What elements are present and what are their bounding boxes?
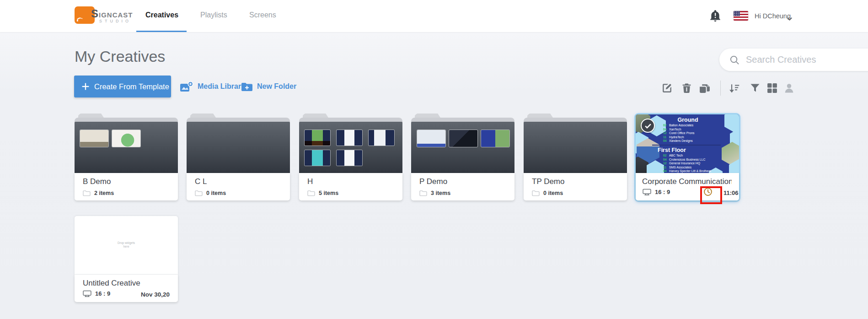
thumbnail — [449, 130, 477, 147]
aspect-ratio-label: 16 : 9 — [655, 189, 670, 195]
duration-label: 11:06 — [723, 189, 739, 196]
card-footer: P Demo 3 items — [411, 173, 514, 200]
sort-icon[interactable] — [729, 82, 740, 94]
thumbnail — [112, 130, 140, 147]
creative-preview: Drop widgetshere — [75, 216, 178, 275]
folder-body — [75, 122, 178, 173]
folder-outline-icon — [532, 190, 540, 196]
media-library-button[interactable]: Media Library — [180, 76, 245, 97]
card-title: B Demo — [83, 177, 111, 186]
tab-creatives[interactable]: Creatives — [145, 11, 178, 19]
creative-preview: Ground 02Ballon Associates 04XanTech 12C… — [636, 114, 739, 173]
screen-icon — [643, 189, 651, 195]
folder-card-h[interactable]: H 5 items — [299, 114, 402, 200]
delete-trash-icon[interactable] — [681, 82, 692, 94]
section-heading: Ground — [657, 117, 719, 124]
chevron-down-icon[interactable] — [787, 15, 793, 23]
filter-icon[interactable] — [750, 82, 761, 94]
card-footer: B Demo 2 items — [75, 173, 178, 200]
user-menu[interactable]: Hi DCheung — [755, 12, 791, 20]
items-count: 2 items — [94, 190, 114, 196]
folder-outline-icon — [83, 190, 91, 196]
items-count: 3 items — [431, 190, 450, 196]
aspect-ratio-label: 16 : 9 — [95, 290, 110, 297]
creative-card-corporate-communications[interactable]: Ground 02Ballon Associates 04XanTech 12C… — [636, 114, 739, 200]
folder-card-c-l[interactable]: C L 0 items — [187, 114, 290, 200]
folder-outline-icon — [419, 190, 427, 196]
items-count: 5 items — [319, 190, 338, 196]
grid-view-icon[interactable] — [766, 82, 778, 94]
search-box[interactable] — [719, 49, 868, 71]
folder-card-p-demo[interactable]: P Demo 3 items — [411, 114, 514, 200]
media-library-label: Media Library — [198, 82, 245, 91]
tab-screens[interactable]: Screens — [249, 11, 276, 19]
thumbnail — [337, 130, 362, 146]
folder-body — [524, 122, 627, 173]
annotation-highlight-box — [700, 186, 722, 204]
my-creatives-page: SIGNCAST STUDIO Creatives Playlists Scre… — [0, 0, 868, 319]
folder-body — [187, 122, 290, 173]
create-from-template-label: Create From Template — [94, 82, 169, 91]
toolbar-divider — [720, 81, 721, 96]
folder-outline-icon — [195, 190, 203, 196]
card-title: P Demo — [419, 177, 447, 186]
search-icon — [729, 55, 740, 65]
plus-icon — [80, 81, 91, 92]
active-tab-underline — [136, 31, 187, 32]
logo-subtitle: STUDIO — [99, 19, 131, 23]
card-footer: TP Demo 0 items — [524, 173, 627, 200]
thumbnail — [305, 130, 330, 146]
folder-card-tp-demo[interactable]: TP Demo 0 items — [524, 114, 627, 200]
user-filter-icon[interactable] — [783, 82, 795, 94]
top-nav: SIGNCAST STUDIO Creatives Playlists Scre… — [0, 0, 868, 32]
card-footer: H 5 items — [299, 173, 402, 200]
thumbnail — [369, 130, 394, 146]
page-title: My Creatives — [75, 48, 165, 65]
thumbnail — [80, 130, 108, 147]
aspect-ratio: 16 : 9 — [643, 189, 670, 195]
signal-arcs-icon — [76, 14, 84, 22]
empty-placeholder-text: Drop widgetshere — [75, 241, 178, 249]
card-title: Corporate Communications ... — [642, 177, 732, 186]
new-folder-button[interactable]: New Folder — [241, 76, 296, 97]
card-footer: Untitled Creative 16 : 9 Nov 30,20 — [75, 275, 178, 302]
thumbnail — [337, 150, 362, 166]
section-heading: First Floor — [657, 146, 719, 154]
aspect-ratio: 16 : 9 — [83, 290, 110, 297]
edit-icon[interactable] — [661, 82, 673, 94]
logo-title: SIGNCAST — [91, 7, 133, 20]
search-input[interactable] — [746, 51, 865, 68]
creative-card-untitled[interactable]: Drop widgetshere Untitled Creative 16 : … — [75, 216, 178, 302]
folder-card-b-demo[interactable]: B Demo 2 items — [75, 114, 178, 200]
selected-check-badge[interactable] — [641, 119, 655, 133]
thumbnail — [305, 150, 330, 166]
media-library-icon — [180, 81, 193, 92]
duplicate-copy-icon[interactable] — [699, 82, 710, 94]
card-title: Untitled Creative — [83, 279, 140, 288]
card-footer: Corporate Communications ... 16 : 9 11:0… — [636, 173, 739, 200]
thumbnail — [417, 130, 445, 147]
card-title: C L — [195, 177, 207, 186]
folder-plus-icon — [241, 82, 253, 92]
thumbnail — [481, 130, 509, 147]
create-from-template-button[interactable]: Create From Template — [74, 76, 171, 97]
language-flag-us[interactable] — [734, 11, 748, 21]
flag-canton — [734, 11, 740, 16]
tab-playlists[interactable]: Playlists — [200, 11, 227, 19]
card-footer: C L 0 items — [187, 173, 290, 200]
folder-outline-icon — [307, 190, 315, 196]
card-title: H — [307, 177, 313, 186]
new-folder-label: New Folder — [257, 82, 296, 91]
card-title: TP Demo — [532, 177, 565, 186]
folder-body — [411, 122, 514, 173]
check-icon — [643, 121, 653, 130]
items-count: 0 items — [206, 190, 226, 196]
notifications-bell-icon[interactable] — [709, 9, 721, 22]
date-label: Nov 30,20 — [141, 291, 170, 298]
screen-icon — [83, 290, 91, 297]
directory-board: Ground 02Ballon Associates 04XanTech 12C… — [657, 117, 719, 173]
items-count: 0 items — [543, 190, 563, 196]
divider — [652, 145, 721, 146]
folder-body — [299, 122, 402, 173]
